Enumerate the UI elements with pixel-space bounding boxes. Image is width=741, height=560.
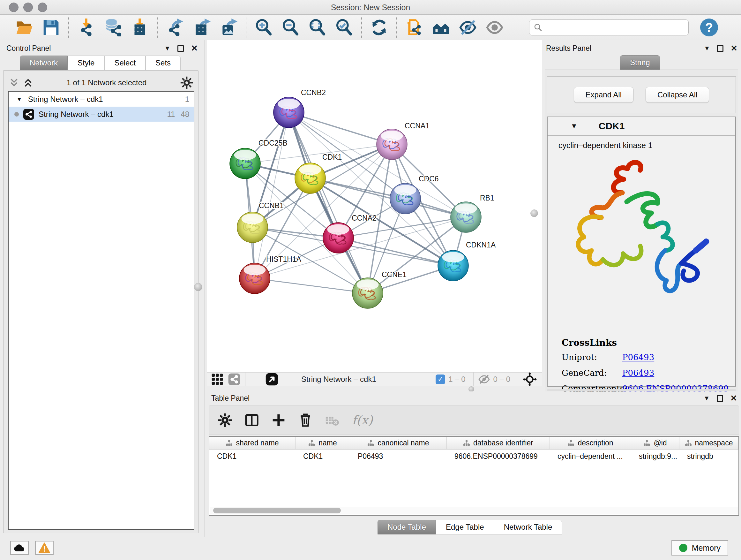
node-CCNB1[interactable]: CCNB1 [237,201,284,243]
column-header-description[interactable]: description [550,437,631,449]
warnings-button[interactable] [35,541,54,555]
window-close-button[interactable] [9,3,18,12]
edge-HIST1H1A-CCNE1[interactable] [255,278,367,293]
collapse-section-icon[interactable]: ▼ [570,122,578,130]
tab-network-table[interactable]: Network Table [494,520,562,535]
left-splitter-handle[interactable] [194,283,202,291]
panel-close-icon[interactable]: ✕ [191,44,198,53]
tab-edge-table[interactable]: Edge Table [436,520,494,535]
column-header-namespace[interactable]: namespace [679,437,738,449]
panel-float-icon[interactable] [717,45,724,52]
save-session-button[interactable] [41,17,61,38]
zoom-fit-button[interactable] [307,17,327,38]
panel-menu-icon[interactable]: ▼ [704,45,710,52]
cell-description[interactable]: cyclin–dependent ... [550,449,631,463]
node-CDKN1A[interactable]: CDKN1A [438,241,496,281]
tab-style[interactable]: Style [68,56,105,70]
export-image-button[interactable] [219,17,239,38]
hide-selected-button[interactable] [458,17,478,38]
zoom-out-button[interactable] [280,17,300,38]
add-column-icon[interactable] [272,413,286,427]
window-minimize-button[interactable] [23,3,33,12]
crosslink-link[interactable]: P06493 [622,353,654,362]
collapse-icon[interactable]: ▼ [16,96,22,103]
duplicate-network-button[interactable] [404,17,424,38]
memory-button[interactable]: Memory [671,540,728,556]
panel-float-icon[interactable] [717,395,723,402]
tab-network[interactable]: Network [20,56,68,70]
column-header-canonical-name[interactable]: canonical name [350,437,447,449]
table-horizontal-scrollbar[interactable] [210,507,738,514]
zoom-in-button[interactable] [254,17,273,38]
node-HIST1H1A[interactable]: HIST1H1A [239,255,301,294]
gene-section-header[interactable]: ▼ CDK1 [548,117,735,136]
network-collection-row[interactable]: ▼ String Network – cdk1 1 [9,91,194,107]
collapse-all-button[interactable]: Collapse All [646,87,709,103]
panel-close-icon[interactable]: ✕ [731,44,738,53]
delete-column-icon[interactable] [298,413,313,427]
search-box[interactable] [529,19,689,36]
node-CDK1[interactable]: CDK1 [295,153,342,193]
help-button[interactable]: ? [700,18,718,37]
crosslink-row: GeneCard: P06493 [562,368,729,378]
search-input[interactable] [545,23,683,32]
table-row[interactable]: CDK1CDK1P064939606.ENSP00000378699cyclin… [209,449,738,463]
open-in-window-icon[interactable] [265,373,279,386]
column-header-shared-name[interactable]: shared name [209,437,295,449]
show-columns-icon[interactable] [245,413,259,427]
panel-menu-icon[interactable]: ▼ [703,395,710,402]
string-results-container: Expand All Collapse All ▼ CDK1 cyclin–de… [545,70,738,392]
edge-CCNB2-CCNE1[interactable] [289,112,367,293]
cell-namespace[interactable]: stringdb [679,449,738,463]
cell-database-identifier[interactable]: 9606.ENSP00000378699 [447,449,550,463]
export-network-button[interactable] [165,17,185,38]
cell-canonical-name[interactable]: P06493 [350,449,447,463]
panel-menu-icon[interactable]: ▼ [164,45,171,52]
zoom-selected-button[interactable] [334,17,354,38]
scrollbar-thumb[interactable] [213,508,341,513]
network-view-icon[interactable] [228,373,241,386]
tab-select[interactable]: Select [105,56,145,70]
import-network-button[interactable] [76,17,96,38]
selected-nodes-checkbox[interactable]: ✓ [435,374,445,384]
grid-view-icon[interactable] [211,373,223,385]
export-table-button[interactable] [192,17,212,38]
tab-node-table[interactable]: Node Table [378,520,436,535]
column-header-database-identifier[interactable]: database identifier [447,437,550,449]
tab-string[interactable]: String [620,55,660,70]
open-session-button[interactable] [14,17,34,38]
collapse-all-icon[interactable] [9,77,19,88]
node-CCNA1[interactable]: CCNA1 [377,122,429,160]
panel-float-icon[interactable] [178,45,184,52]
expand-all-icon[interactable] [23,77,33,88]
fit-selected-crosshair-icon[interactable] [523,372,537,386]
right-splitter-handle[interactable] [530,209,538,217]
table-options-gear-icon[interactable] [218,413,232,427]
column-header--id[interactable]: @id [631,437,679,449]
network-graph[interactable]: CCNB2CCNA1CDC25BCDK1CDC6RB1CCNB1CCNA2CDK… [207,40,542,372]
cell-shared-name[interactable]: CDK1 [209,449,295,463]
network-canvas[interactable]: CCNB2CCNA1CDC25BCDK1CDC6RB1CCNB1CCNA2CDK… [207,40,542,372]
hidden-eye-slash-icon[interactable] [478,374,490,385]
network-row[interactable]: String Network – cdk1 11 48 [9,107,194,122]
tab-sets[interactable]: Sets [145,56,181,70]
node-RB1[interactable]: RB1 [451,194,494,233]
cell--id[interactable]: stringdb:9... [631,449,679,463]
expand-all-button[interactable]: Expand All [574,87,633,103]
crosslink-link[interactable]: P06493 [622,368,654,378]
network-options-gear-icon[interactable] [180,76,193,89]
cell-name[interactable]: CDK1 [295,449,350,463]
birdseye-view-button[interactable] [431,17,451,38]
panel-close-icon[interactable]: ✕ [730,393,737,403]
edge-CCNB2-HIST1H1A[interactable] [255,112,289,278]
cloud-status-button[interactable] [10,541,29,555]
import-from-database-button[interactable] [103,17,123,38]
apply-layout-refresh-button[interactable] [369,17,389,38]
edge-CCNB2-CCNA1[interactable] [289,112,392,144]
results-scrollbar[interactable] [547,389,736,391]
import-table-button[interactable] [130,17,150,38]
edge-CDK1-RB1[interactable] [310,178,466,217]
window-zoom-button[interactable] [38,3,47,12]
column-header-name[interactable]: name [295,437,350,449]
show-all-button[interactable] [485,17,504,38]
